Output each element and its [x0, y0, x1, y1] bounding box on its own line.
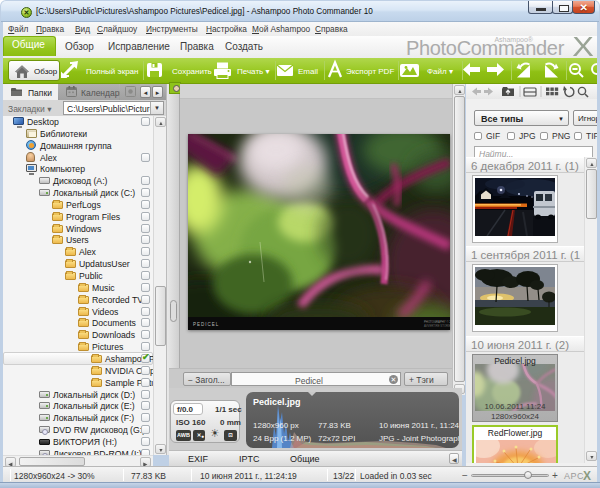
svg-text:AVVERTIRE STORIE: AVVERTIRE STORIE	[424, 324, 450, 328]
svg-text:PEDICEL: PEDICEL	[193, 322, 219, 327]
